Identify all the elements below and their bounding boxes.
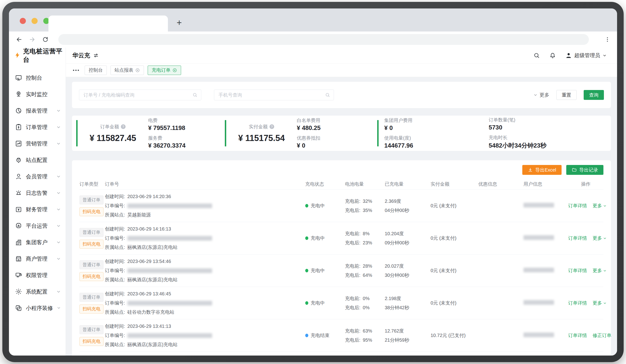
switch-merchant-icon[interactable] xyxy=(93,52,99,59)
sidebar-item-label: 集团客户 xyxy=(26,239,52,246)
order-info: 创建时间:2023-06-29 13:46:45订单编号:所属站点:硅谷动力数字… xyxy=(105,291,303,315)
miniapp-icon xyxy=(15,305,22,312)
field-value: 丽枫酒店(东源店)充电站 xyxy=(127,244,178,251)
action-link[interactable]: 订单详情 xyxy=(568,300,587,306)
tab-console[interactable]: 控制台 xyxy=(85,66,107,75)
help-icon[interactable]: ? xyxy=(270,124,274,129)
reset-button[interactable]: 重置 xyxy=(556,90,577,100)
sidebar-item-miniapp[interactable]: 小程序装修 xyxy=(9,300,66,316)
phone-search-input[interactable] xyxy=(214,90,334,100)
order-type-badge-normal: 普通订单 xyxy=(79,325,104,334)
chevron-down-icon xyxy=(603,204,607,208)
field-value: 2023-06-29 13:41:13 xyxy=(127,324,171,329)
stat-order-count: 订单数量(笔) 5730 xyxy=(489,117,547,131)
more-actions-link[interactable]: 更多 xyxy=(593,267,607,274)
more-actions-link[interactable]: 更多 xyxy=(593,203,607,209)
field-value: 2023-06-29 13:54:46 xyxy=(127,259,171,264)
search-icon[interactable] xyxy=(533,52,540,59)
sidebar-item-platform[interactable]: 平台运营 xyxy=(9,218,66,234)
export-excel-button[interactable]: 导出Excel xyxy=(522,165,562,175)
chevron-down-icon xyxy=(56,191,61,195)
field-value: 2.198度 xyxy=(385,295,429,302)
field-value: 丽枫酒店(东源店)充电站 xyxy=(127,277,178,283)
action-link[interactable]: 订单详情 xyxy=(568,267,587,274)
action-link[interactable]: 订单详情 xyxy=(568,203,587,209)
close-icon[interactable] xyxy=(172,68,177,73)
close-icon[interactable] xyxy=(135,68,140,73)
help-icon[interactable]: ? xyxy=(121,124,126,129)
chevron-down-icon xyxy=(56,174,61,179)
sidebar-item-alarm[interactable]: 日志告警 xyxy=(9,185,66,201)
sidebar-item-member[interactable]: 会员管理 xyxy=(9,168,66,185)
sidebar-item-plug[interactable]: 站点配置 xyxy=(9,152,66,168)
sidebar-item-gear[interactable]: 系统配置 xyxy=(9,283,66,300)
redacted-user-phone xyxy=(523,332,554,337)
field-value: 23% xyxy=(363,240,372,246)
admin-name: 超级管理员 xyxy=(574,52,600,59)
reload-icon[interactable] xyxy=(42,36,49,43)
sidebar-item-building[interactable]: 集团客户 xyxy=(9,234,66,251)
order-type-badge-normal: 普通订单 xyxy=(79,260,104,269)
field-label: 充电后: xyxy=(345,305,360,311)
field-label: 充电前: xyxy=(345,198,360,204)
table-header-row: 订单类型订单号充电状态电池电量已充电量实付金额优惠信息用户信息操作 xyxy=(79,179,603,189)
field-label: 订单编号: xyxy=(105,235,125,241)
action-label: 修正订单 xyxy=(593,332,611,339)
notification-bell-icon[interactable] xyxy=(549,52,556,59)
search-button[interactable]: 查询 xyxy=(584,90,604,100)
sidebar-item-order[interactable]: 订单管理 xyxy=(9,119,66,135)
browser-tab[interactable] xyxy=(48,15,168,32)
sidebar-item-permission[interactable]: 权限管理 xyxy=(9,267,66,283)
tab-charge-orders[interactable]: 充电订单 xyxy=(148,66,181,75)
sidebar-item-label: 报表管理 xyxy=(26,107,52,114)
paid-amount: 0元 (未支付) xyxy=(430,203,476,209)
browser-menu-icon[interactable] xyxy=(604,36,611,42)
action-link[interactable]: 订单详情 xyxy=(568,332,587,339)
battery-level: 充电前:0%充电后:0% xyxy=(345,295,383,311)
search-icon xyxy=(192,92,197,98)
status-text: 充电结束 xyxy=(311,332,329,339)
more-filters-toggle[interactable]: 更多 xyxy=(533,92,549,98)
tab-overflow-icon[interactable] xyxy=(73,69,79,72)
sidebar-item-label: 站点配置 xyxy=(26,156,61,164)
order-type-badge-normal: 普通订单 xyxy=(79,293,104,302)
app-title: 充电桩运营平台 xyxy=(23,47,66,64)
export-records-button[interactable]: 导出记录 xyxy=(566,165,603,175)
more-actions-link[interactable]: 更多 xyxy=(593,235,607,241)
sidebar-item-pie[interactable]: 报表管理 xyxy=(9,103,66,119)
sidebar-item-marketing[interactable]: 营销管理 xyxy=(9,135,66,152)
sidebar-item-camera[interactable]: 实时监控 xyxy=(9,86,66,103)
address-bar[interactable] xyxy=(58,34,589,45)
merchant-switcher[interactable]: 华云充 xyxy=(73,51,99,59)
action-link[interactable]: 修正订单 xyxy=(593,332,611,339)
battery-level: 充电前:32%充电后:35% xyxy=(345,198,383,214)
sidebar-item-label: 会员管理 xyxy=(26,173,52,180)
field-label: 所属站点: xyxy=(105,277,125,283)
open-tabs-bar: 控制台 站点报表 充电订单 xyxy=(66,64,617,77)
field-label: 充电后: xyxy=(345,207,360,214)
back-icon[interactable] xyxy=(15,36,23,43)
member-icon xyxy=(15,173,22,180)
more-actions-link[interactable]: 更多 xyxy=(593,300,607,306)
close-window-button[interactable] xyxy=(20,18,26,24)
charge-status: 充电中 xyxy=(305,300,343,306)
export-excel-label: 导出Excel xyxy=(535,167,556,173)
chevron-down-icon xyxy=(602,53,607,58)
minimize-window-button[interactable] xyxy=(32,18,38,24)
sidebar-item-shop[interactable]: 商户管理 xyxy=(9,251,66,267)
sidebar-item-label: 订单管理 xyxy=(26,124,52,131)
order-search-input[interactable] xyxy=(79,90,201,100)
sidebar-item-finance[interactable]: 财务管理 xyxy=(9,201,66,218)
admin-menu[interactable]: 超级管理员 xyxy=(565,52,607,59)
action-link[interactable]: 订单详情 xyxy=(568,235,587,241)
sidebar-item-console[interactable]: 控制台 xyxy=(9,70,66,86)
order-info: 创建时间:2023-06-29 14:20:36订单编号:所属站点:昊越新能源 xyxy=(105,193,303,218)
stat-order-amount: 订单金额? ¥ 115827.45 xyxy=(78,124,148,143)
paid-amount: 0元 (未支付) xyxy=(430,300,476,306)
row-actions: 订单详情更多 xyxy=(568,235,603,241)
row-actions: 订单详情修正订单 xyxy=(568,332,603,339)
forward-icon[interactable] xyxy=(29,36,36,43)
new-tab-button[interactable]: + xyxy=(174,18,184,28)
tab-site-report[interactable]: 站点报表 xyxy=(111,66,144,75)
action-label: 订单详情 xyxy=(568,235,587,241)
